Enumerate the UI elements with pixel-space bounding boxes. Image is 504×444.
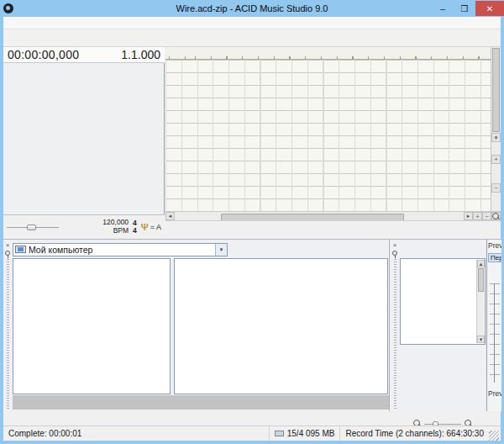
channel-strip-top-label: Prev <box>487 240 501 251</box>
track-height-slider[interactable] <box>7 224 59 231</box>
mixer-track-list: ▴ ▾ <box>400 258 486 345</box>
mixer-list-scrollbar[interactable]: ▴ ▾ <box>476 260 484 343</box>
track-header-list <box>3 63 165 214</box>
mixer-channel-strip: Prev Пер Prev <box>486 240 501 411</box>
close-explorer-icon[interactable]: × <box>6 241 10 249</box>
zoom-out-time-button[interactable]: − <box>482 212 491 220</box>
transport-bar <box>165 220 501 239</box>
window-title: Wire.acd-zip - ACID Music Studio 9.0 <box>0 3 504 13</box>
zoom-in-time-button[interactable]: + <box>473 212 482 220</box>
zoom-tool-button[interactable] <box>491 212 501 220</box>
ruler-minor-ticks <box>165 56 491 59</box>
channel-strip-button[interactable]: Пер <box>488 253 501 262</box>
timeline-vertical-scrollbar[interactable]: ▾ + − <box>491 47 501 211</box>
menu-bar <box>3 17 501 29</box>
close-button[interactable]: ✕ <box>475 1 504 16</box>
title-bar: Wire.acd-zip - ACID Music Studio 9.0 –❒✕ <box>0 0 504 17</box>
pin-explorer-icon[interactable] <box>5 251 10 256</box>
time-signature[interactable]: 4 4 <box>133 219 137 235</box>
zoom-in-track-height-button[interactable]: + <box>491 155 501 164</box>
mixing-console-panel: × ▴ ▾ <box>389 240 501 411</box>
track-panel: 00:00:00,000 1.1.000 120,000 BPM 4 4 <box>3 47 165 239</box>
track-height-slider-thumb[interactable] <box>27 225 36 230</box>
mixer-drag-handle[interactable] <box>394 259 396 410</box>
status-bar: Complete: 00:00:01 15/4 095 MB Record Ti… <box>3 426 501 441</box>
vertical-scroll-thumb[interactable] <box>492 48 500 132</box>
track-lanes[interactable] <box>165 60 491 211</box>
mixer-dock-grip: × <box>391 241 399 410</box>
scroll-left-button[interactable]: ◂ <box>165 212 175 220</box>
tuning-fork-icon: Ψ <box>141 222 149 232</box>
computer-icon <box>15 246 26 253</box>
explorer-address-combo[interactable]: Мой компьютер ▾ <box>13 243 228 256</box>
status-message: Complete: 00:00:01 <box>3 429 81 438</box>
memory-status: 15/4 095 MB <box>269 426 340 441</box>
explorer-tree <box>13 258 171 394</box>
explorer-address-value: Мой компьютер <box>29 245 92 255</box>
channel-strip-fader[interactable] <box>490 283 500 383</box>
tuning-display[interactable]: Ψ = A <box>141 222 161 232</box>
record-time-status: Record Time (2 channels): 664:30:30 <box>339 426 489 441</box>
beat-ruler[interactable] <box>165 47 491 60</box>
drag-handle[interactable] <box>7 259 9 409</box>
window-docking-area: × Мой компьютер ▾ × <box>3 239 501 410</box>
timeline-horizontal-scrollbar[interactable]: ◂ ▸ + − <box>165 211 501 220</box>
magnifier-icon <box>492 213 500 220</box>
explorer-toolbar: Мой компьютер ▾ <box>13 242 231 256</box>
minimize-button[interactable]: – <box>432 1 454 16</box>
explorer-dock-grip: × <box>3 241 12 409</box>
client-area: 00:00:00,000 1.1.000 120,000 BPM 4 4 <box>3 17 501 441</box>
track-panel-footer: 120,000 BPM 4 4 Ψ = A <box>3 214 165 239</box>
main-toolbar <box>3 29 501 47</box>
arrangement-area: 00:00:00,000 1.1.000 120,000 BPM 4 4 <box>3 47 501 239</box>
explorer-file-list <box>174 258 388 394</box>
resize-grip[interactable] <box>489 431 499 441</box>
combo-dropdown-icon[interactable]: ▾ <box>215 244 227 256</box>
dock-tabs <box>13 395 389 410</box>
close-mixer-icon[interactable]: × <box>393 241 397 249</box>
scroll-down-button[interactable]: ▾ <box>491 133 501 142</box>
app-window: Wire.acd-zip - ACID Music Studio 9.0 –❒✕… <box>0 0 504 444</box>
tempo-display[interactable]: 120,000 BPM <box>102 219 129 235</box>
zoom-out-track-height-button[interactable]: − <box>491 183 501 193</box>
disk-icon <box>275 431 284 436</box>
bpm-unit: BPM <box>102 227 129 235</box>
timeline: ◂ ▸ + − ▾ + − <box>165 47 501 239</box>
pin-mixer-icon[interactable] <box>392 251 397 256</box>
channel-strip-bottom-label: Prev <box>487 388 501 399</box>
time-display: 00:00:00,000 1.1.000 <box>3 47 165 63</box>
mixer-scroll-down-button[interactable]: ▾ <box>477 336 485 343</box>
mixer-scroll-up-button[interactable]: ▴ <box>477 260 485 267</box>
measures-display: 1.1.000 <box>121 48 160 61</box>
maximize-button[interactable]: ❒ <box>454 1 475 16</box>
scroll-right-button[interactable]: ▸ <box>464 212 473 220</box>
timecode-display: 00:00:00,000 <box>8 48 79 61</box>
mixer-scroll-thumb[interactable] <box>478 268 484 292</box>
